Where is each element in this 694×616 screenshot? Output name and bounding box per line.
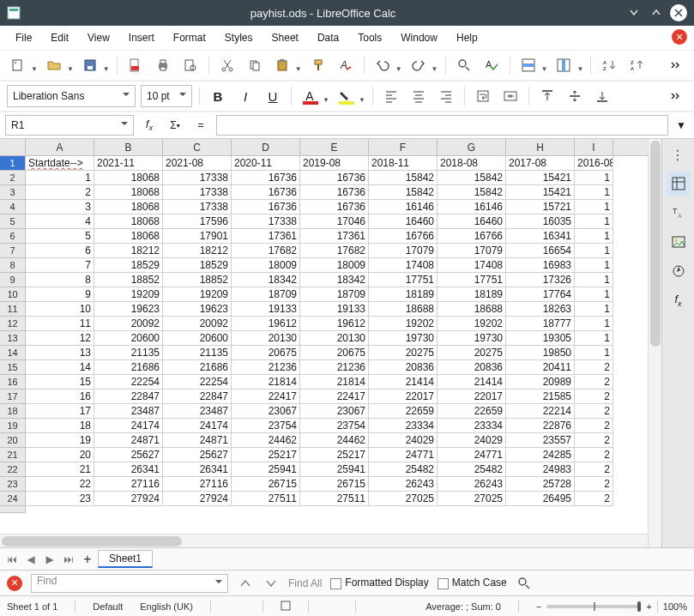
align-bottom-button[interactable] — [591, 85, 613, 107]
select-all-corner[interactable] — [0, 139, 26, 155]
menu-window[interactable]: Window — [392, 28, 446, 47]
cell[interactable]: 2 — [575, 419, 613, 433]
dropdown-icon[interactable]: ▼ — [431, 65, 438, 76]
cell[interactable]: 17764 — [506, 287, 575, 302]
cell[interactable]: 2 — [575, 477, 613, 492]
cell[interactable]: 1 — [575, 346, 613, 360]
dropdown-icon[interactable]: ▼ — [103, 65, 110, 76]
open-button[interactable] — [43, 54, 65, 76]
print-preview-button[interactable] — [179, 54, 202, 76]
cell[interactable]: 18189 — [438, 287, 506, 302]
cell[interactable]: 20092 — [94, 317, 163, 331]
cell[interactable]: 19305 — [506, 331, 575, 346]
cell[interactable]: 27116 — [163, 477, 232, 492]
zoom-out-icon[interactable]: − — [536, 601, 541, 612]
menu-sheet[interactable]: Sheet — [263, 28, 307, 47]
cell[interactable]: 12 — [26, 331, 94, 346]
cell[interactable]: 26341 — [163, 462, 232, 477]
cell[interactable]: 27025 — [438, 492, 506, 506]
cell[interactable]: 22847 — [163, 390, 232, 404]
align-right-button[interactable] — [435, 85, 457, 107]
cell[interactable]: 27511 — [232, 492, 300, 506]
cell[interactable]: 19623 — [94, 302, 163, 317]
cell[interactable]: 1 — [575, 229, 613, 244]
font-color-button[interactable]: A — [299, 85, 321, 107]
cell[interactable]: 20275 — [369, 346, 438, 360]
cell[interactable]: 18709 — [300, 287, 369, 302]
cell[interactable]: 25217 — [232, 448, 300, 462]
cell[interactable]: 23334 — [369, 419, 438, 433]
cell[interactable]: 27116 — [94, 477, 163, 492]
cell[interactable]: 1 — [575, 302, 613, 317]
dropdown-icon[interactable]: ▼ — [395, 65, 402, 76]
cell[interactable]: 18263 — [506, 302, 575, 317]
cell[interactable]: 22876 — [506, 419, 575, 433]
cell[interactable]: 26243 — [369, 477, 438, 492]
cell[interactable]: 1 — [575, 273, 613, 287]
merge-cells-button[interactable] — [499, 85, 522, 107]
cell[interactable]: 18212 — [163, 244, 232, 258]
cell[interactable]: 2 — [575, 448, 613, 462]
cell[interactable]: 20275 — [438, 346, 506, 360]
cell[interactable]: 2017-08 — [506, 156, 575, 171]
cell[interactable]: 21135 — [94, 346, 163, 360]
cell[interactable]: 17361 — [232, 229, 300, 244]
next-sheet-button[interactable]: ▶ — [41, 551, 58, 568]
cell[interactable]: 21814 — [300, 375, 369, 390]
cell[interactable]: 15 — [26, 375, 94, 390]
cell[interactable]: 21236 — [232, 360, 300, 375]
print-button[interactable] — [152, 54, 174, 76]
cell[interactable]: 1 — [575, 317, 613, 331]
cell[interactable]: 17901 — [163, 229, 232, 244]
cell[interactable]: 18852 — [163, 273, 232, 287]
row-header[interactable]: 10 — [0, 287, 26, 302]
find-prev-button[interactable] — [237, 575, 254, 592]
window-maximize-button[interactable] — [648, 4, 665, 21]
cell[interactable]: 19209 — [163, 287, 232, 302]
cell[interactable]: 21135 — [163, 346, 232, 360]
formula-input[interactable] — [216, 115, 668, 136]
cell[interactable]: 1 — [575, 258, 613, 273]
cell[interactable]: 22017 — [369, 390, 438, 404]
cell[interactable]: 2 — [26, 185, 94, 200]
row-header[interactable]: 24 — [0, 492, 26, 506]
clear-formatting-button[interactable]: A — [335, 54, 357, 76]
cell[interactable]: 19730 — [438, 331, 506, 346]
cell[interactable]: 17682 — [300, 244, 369, 258]
cell[interactable]: 2 — [575, 492, 613, 506]
cell[interactable]: 25482 — [369, 462, 438, 477]
cell[interactable]: 18068 — [94, 171, 163, 185]
cell[interactable]: 1 — [575, 171, 613, 185]
cell[interactable]: 24462 — [300, 433, 369, 448]
name-box[interactable]: R1 — [5, 115, 134, 136]
cell[interactable]: 15842 — [438, 185, 506, 200]
row-header[interactable]: 7 — [0, 244, 26, 258]
clone-formatting-button[interactable] — [307, 54, 329, 76]
cell[interactable]: 18529 — [94, 258, 163, 273]
cell[interactable]: 22214 — [506, 404, 575, 419]
column-header[interactable]: A — [26, 139, 94, 155]
highlight-color-button[interactable] — [335, 85, 357, 107]
formatted-display-checkbox[interactable]: Formatted Display — [330, 577, 428, 589]
cell[interactable]: 24462 — [232, 433, 300, 448]
grid-rows[interactable]: 1Startdate-->2021-112021-082020-112019-0… — [0, 156, 648, 534]
cell[interactable]: 21686 — [94, 360, 163, 375]
cell[interactable]: 22254 — [163, 375, 232, 390]
menu-data[interactable]: Data — [309, 28, 347, 47]
cell[interactable]: 20600 — [163, 331, 232, 346]
cell[interactable]: 23 — [26, 492, 94, 506]
cell[interactable]: 21814 — [232, 375, 300, 390]
cell[interactable]: 24285 — [506, 448, 575, 462]
status-language[interactable]: English (UK) — [140, 601, 193, 612]
cell[interactable]: 16736 — [300, 185, 369, 200]
cell[interactable]: 1 — [575, 185, 613, 200]
column-header[interactable]: B — [94, 139, 163, 155]
row-header[interactable]: 2 — [0, 171, 26, 185]
cell[interactable]: 16146 — [438, 200, 506, 214]
cell[interactable]: 21236 — [300, 360, 369, 375]
cell[interactable]: 14 — [26, 360, 94, 375]
cell[interactable]: 21 — [26, 462, 94, 477]
cell[interactable]: 16736 — [300, 171, 369, 185]
cell[interactable]: 21585 — [506, 390, 575, 404]
sum-button[interactable]: Σ▾ — [165, 116, 185, 135]
